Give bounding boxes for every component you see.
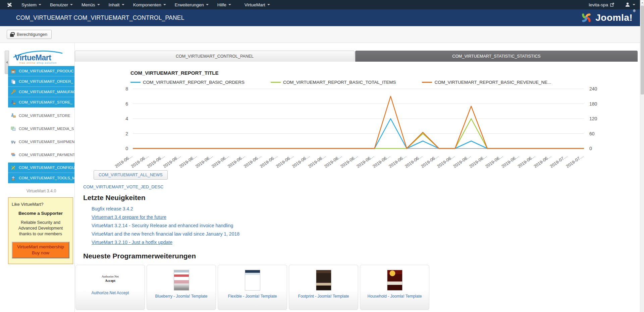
lock-icon [10, 34, 14, 37]
sidebar-item-products[interactable]: COM_VIRTUEMART_PRODUC [8, 66, 74, 76]
legend-item-orders: COM_VIRTUEMART_REPORT_BASIC_ORDERS [130, 80, 245, 85]
promo-text: Reliable Security and Advanced Developme… [12, 220, 69, 237]
revenue-series-swatch [422, 82, 432, 83]
svg-text:0: 0 [589, 146, 592, 151]
report-title: COM_VIRTUEMART_REPORT_TITLE [130, 70, 638, 76]
svg-text:240: 240 [589, 86, 597, 91]
sidebar-menu: COM_VIRTUEMART_PRODUC COM_VIRTUEMART_ORD… [8, 66, 74, 183]
promo-headline: Become a Supporter [12, 211, 69, 216]
sidebar-item-shoppers[interactable]: COM_VIRTUEMART_STORE_ [8, 97, 74, 108]
tab-statistics[interactable]: COM_VIRTUEMART_STATISTIC_STATISTICS [355, 51, 638, 62]
extension-link[interactable]: Footprint - Joomla! Template [298, 294, 349, 299]
site-preview-link[interactable]: levita-spa [589, 2, 614, 7]
menu-components[interactable]: Komponenten [129, 0, 170, 9]
svg-text:6: 6 [125, 101, 128, 107]
joomla-logo-icon [580, 12, 592, 24]
supporter-promo-box: Like VirtueMart? Become a Supporter Reli… [8, 197, 73, 264]
sidebar-item-label: COM_VIRTUEMART_PAYMENT [19, 153, 74, 157]
menu-extensions[interactable]: Erweiterungen [171, 0, 212, 9]
flexible-thumbnail [245, 270, 260, 291]
virtuemart-logo-text: VirtueMart [15, 53, 51, 62]
news-link[interactable]: VirtueMart and the new french financial … [92, 231, 239, 237]
sidebar-item-label: COM_VIRTUEMART_STORE_ [19, 100, 72, 104]
membership-button-line1: VirtueMart membership [13, 244, 68, 250]
svg-text:120: 120 [589, 116, 597, 121]
virtuemart-logo: VirtueMart free online shop solution [8, 51, 74, 65]
caret-down-icon [97, 4, 100, 5]
menu-menus[interactable]: Menüs [78, 0, 104, 9]
menu-label: Menüs [82, 2, 95, 7]
news-link[interactable]: Bugfix release 3.4.2 [92, 206, 133, 211]
extension-link[interactable]: Blueberry - Joomla! Template [155, 294, 208, 299]
menu-label: VirtueMart [245, 2, 265, 7]
sidebar-item-orders[interactable]: COM_VIRTUEMART_ORDER_ [8, 76, 74, 87]
extension-cards: Authorize.Net Accept Authorize.Net Accep… [75, 265, 638, 310]
authorize-net-thumbnail: Authorize.Net Accept [95, 270, 126, 287]
extension-card: Authorize.Net Accept Authorize.Net Accep… [75, 265, 145, 310]
all-news-button[interactable]: COM_VIRTUEMART_ALL_NEWS [94, 170, 168, 180]
scrollbar[interactable] [640, 0, 644, 312]
sidebar-item-store[interactable]: COM_VIRTUEMART_STORE [8, 110, 74, 121]
sidebar-item-configuration[interactable]: COM_VIRTUEMART_CONFIGU [8, 163, 74, 173]
svg-text:8: 8 [125, 86, 128, 91]
caret-down-icon [39, 4, 41, 5]
sidebar-item-media[interactable]: COM_VIRTUEMART_MEDIA_S [8, 123, 74, 134]
scroll-up-button[interactable] [640, 0, 644, 5]
caret-down-icon [228, 4, 231, 5]
tab-control-panel[interactable]: COM_VIRTUEMART_CONTROL_PANEL [75, 51, 355, 62]
admin-top-bar: System Benutzer Menüs Inhalt Komponenten… [0, 0, 644, 9]
menu-label: Benutzer [50, 2, 68, 7]
main-panel: COM_VIRTUEMART_CONTROL_PANEL COM_VIRTUEM… [74, 43, 638, 312]
user-icon [625, 2, 630, 7]
user-menu[interactable] [625, 2, 635, 7]
menu-virtuemart[interactable]: VirtueMart [241, 0, 274, 9]
news-list-item: Virtuemart 3.4 prepare for the future [92, 214, 638, 220]
caret-down-icon [267, 4, 270, 5]
svg-text:2019-07…: 2019-07… [565, 153, 584, 168]
tools-icon [11, 176, 16, 181]
menu-content[interactable]: Inhalt [105, 0, 128, 9]
household-thumbnail [387, 270, 402, 291]
extension-link[interactable]: Flexible - Joomla! Template [228, 294, 277, 299]
products-icon [11, 69, 16, 74]
news-heading: Letzte Neuigkeiten [83, 194, 638, 202]
news-link[interactable]: VirtueMart 3.2.14 - Security Release and… [92, 223, 233, 228]
extensions-heading: Neueste Programmerweiterungen [83, 252, 638, 260]
footprint-thumbnail [316, 270, 331, 291]
sidebar-item-payment[interactable]: COM_VIRTUEMART_PAYMENT [8, 149, 74, 160]
manufacturers-icon [11, 89, 16, 95]
caret-down-icon [633, 4, 635, 5]
menu-help[interactable]: Hilfe [214, 0, 235, 9]
news-link[interactable]: VirtueMart 3.2.10 - Just a hotfix update [92, 240, 172, 245]
menu-users[interactable]: Benutzer [46, 0, 76, 9]
news-list: Bugfix release 3.4.2 Virtuemart 3.4 prep… [92, 206, 638, 245]
extension-link[interactable]: Authorize.Net Accept [91, 291, 129, 295]
virtuemart-tagline: free online shop solution [19, 61, 57, 64]
sidebar-item-label: COM_VIRTUEMART_MANUFAC [19, 90, 74, 94]
extension-card: Household - Joomla! Template [360, 265, 429, 310]
sidebar-item-shipment[interactable]: COM_VIRTUEMART_SHIPMEN [8, 136, 74, 147]
sidebar-item-tools[interactable]: COM_VIRTUEMART_TOOLS_MOD [8, 173, 74, 183]
store-icon [11, 113, 16, 118]
caret-down-icon [206, 4, 209, 5]
vote-jed-link[interactable]: COM_VIRTUEMART_VOTE_JED_DESC [83, 184, 163, 189]
membership-buy-button[interactable]: VirtueMart membership Buy now [12, 242, 69, 258]
virtuemart-sidebar: VirtueMart free online shop solution COM… [8, 51, 74, 264]
news-link[interactable]: Virtuemart 3.4 prepare for the future [92, 214, 166, 220]
virtuemart-control-panel-page: System Benutzer Menüs Inhalt Komponenten… [0, 0, 644, 312]
extension-link[interactable]: Household - Joomla! Template [368, 294, 422, 299]
configuration-icon [11, 165, 16, 170]
virtuemart-version: VirtueMart 3.4.0 [8, 189, 74, 193]
sidebar-item-label: COM_VIRTUEMART_PRODUC [19, 69, 74, 73]
caret-down-icon [70, 4, 73, 5]
sidebar-item-label: COM_VIRTUEMART_TOOLS_MOD [19, 176, 74, 180]
scroll-thumb[interactable] [641, 6, 644, 95]
external-link-icon [610, 3, 614, 7]
permissions-button[interactable]: Berechtigungen [7, 30, 52, 39]
joomla-mark-icon [7, 2, 12, 8]
news-list-item: VirtueMart 3.2.10 - Just a hotfix update [92, 239, 638, 245]
menu-system[interactable]: System [18, 0, 45, 9]
legend-item-total-items: COM_VIRTUEMART_REPORT_BASIC_TOTAL_ITEMS [271, 80, 396, 85]
sidebar-item-manufacturers[interactable]: COM_VIRTUEMART_MANUFAC [8, 87, 74, 97]
admin-menu: System Benutzer Menüs Inhalt Komponenten… [18, 0, 274, 9]
